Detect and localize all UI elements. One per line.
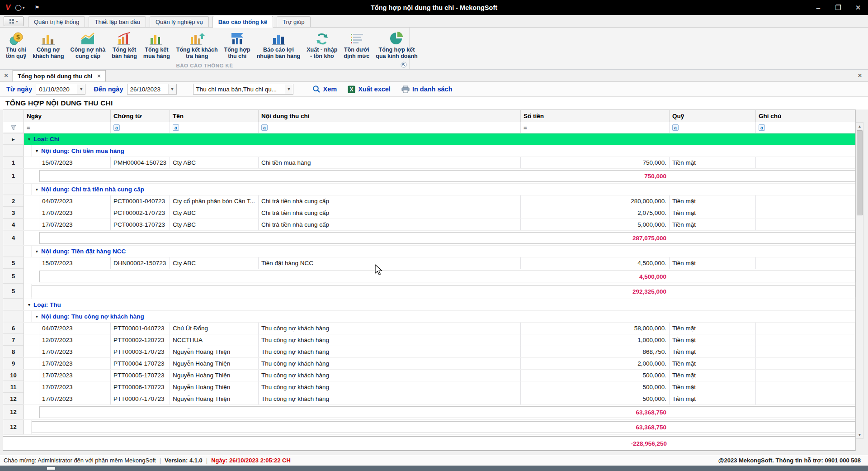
table-row[interactable]: 515/07/2023DHN00002-150723Cty ABCTiền đặ… xyxy=(3,257,855,269)
from-date-input[interactable]: 01/10/2020 ▼ xyxy=(36,84,85,95)
filter-cell-sotien[interactable]: = xyxy=(521,122,670,133)
taskbar-strip xyxy=(0,466,868,471)
maximize-button[interactable]: ❐ xyxy=(828,0,848,15)
ribbon-item-6[interactable]: Tổng kết kháchtrả hàng xyxy=(173,29,221,62)
row-number: 1 xyxy=(3,157,24,168)
group-indent xyxy=(24,346,39,357)
pin-icon[interactable]: ⚑ xyxy=(34,5,39,11)
ribbon-tab-5[interactable]: Trợ giúp xyxy=(277,16,311,27)
table-row[interactable]: 817/07/2023PTT00003-170723Nguyễn Hoàng T… xyxy=(3,346,855,358)
group-row[interactable]: ▾Nội dung: Chi trả tiền nhà cung cấp xyxy=(3,184,855,195)
minimize-button[interactable]: – xyxy=(808,0,828,15)
group-row[interactable]: ▾Loại: Thu xyxy=(3,299,855,311)
chevron-down-icon[interactable]: ▼ xyxy=(168,84,176,94)
collapse-icon[interactable]: ▾ xyxy=(36,314,38,319)
ribbon-group-launcher[interactable] xyxy=(401,62,407,68)
ribbon-item-9[interactable]: Xuất - nhập- tồn kho xyxy=(303,29,340,62)
summary-amount: 750,000 xyxy=(644,173,666,180)
table-row[interactable]: 417/07/2023PCT00003-170723Cty ABCChi trả… xyxy=(3,219,855,231)
table-row[interactable]: 115/07/2023PMH00004-150723Cty ABCChi tiề… xyxy=(3,157,855,169)
scrollbar-thumb[interactable] xyxy=(857,130,863,215)
filter-cell-ngay[interactable]: = xyxy=(24,122,111,133)
cell-noidung: Thu công nợ khách hàng xyxy=(259,393,521,404)
table-row[interactable]: 317/07/2023PCT00002-170723Cty ABCChi trả… xyxy=(3,207,855,219)
tab-close-icon[interactable]: ✕ xyxy=(97,73,101,79)
group-indent xyxy=(24,393,39,404)
type-filter-select[interactable]: Thu chi mua bán,Thu chi qu... ▼ xyxy=(193,84,293,95)
cell-quy: Tiền mặt xyxy=(670,334,756,346)
collapse-icon[interactable]: ▾ xyxy=(28,302,30,307)
print-button[interactable]: In danh sách xyxy=(401,86,453,93)
collapse-icon[interactable]: ▾ xyxy=(36,148,38,153)
cell-chungtu: PTT00005-170723 xyxy=(111,370,170,381)
ribbon-item-10[interactable]: Tồn dướiđịnh mức xyxy=(340,29,373,62)
scroll-down-icon[interactable]: ▼ xyxy=(856,431,863,438)
group-row[interactable]: ▸▾Loại: Chi xyxy=(3,133,855,145)
filter-equals-icon[interactable]: = xyxy=(27,124,30,131)
vertical-scrollbar[interactable]: ▲ ▼ xyxy=(856,122,863,439)
quick-access-icon[interactable]: ◯ xyxy=(15,4,22,11)
filter-contains-icon[interactable]: a xyxy=(113,124,120,131)
table-row[interactable]: 1017/07/2023PTT00005-170723Nguyễn Hoàng … xyxy=(3,370,855,381)
table-row[interactable]: 1117/07/2023PTT00006-170723Nguyễn Hoàng … xyxy=(3,381,855,393)
document-tab[interactable]: Tổng hợp nội dung thu chi ✕ xyxy=(13,70,106,81)
filter-contains-icon[interactable]: a xyxy=(759,124,765,131)
ribbon-tab-2[interactable]: Thiết lập ban đầu xyxy=(89,16,146,27)
quick-access-caret-icon[interactable]: ▾ xyxy=(23,5,25,10)
ribbon-item-11[interactable]: Tổng hợp kếtquả kinh doanh xyxy=(373,29,420,62)
group-row[interactable]: ▾Nội dung: Chi tiền mua hàng xyxy=(3,145,855,157)
ribbon-item-4[interactable]: Tổng kếtbán hàng xyxy=(108,29,140,62)
collapse-icon[interactable]: ▾ xyxy=(36,187,38,192)
filter-cell-chungtu[interactable]: a xyxy=(111,122,170,133)
ribbon-item-7[interactable]: Tổng hợpthu chi xyxy=(221,29,254,62)
cell-ten: Nguyễn Hoàng Thiện xyxy=(170,370,259,381)
table-row[interactable]: 1217/07/2023PTT00007-170723Nguyễn Hoàng … xyxy=(3,393,855,405)
group-row[interactable]: ▾Nội dung: Thu công nợ khách hàng xyxy=(3,311,855,323)
ribbon-item-5[interactable]: Tổng kếtmua hàng xyxy=(140,29,173,62)
column-header-ngay[interactable]: Ngày xyxy=(24,110,111,122)
close-button[interactable]: ✕ xyxy=(848,0,868,15)
filter-cell-ten[interactable]: a xyxy=(170,122,259,133)
table-row[interactable]: 917/07/2023PTT00004-170723Nguyễn Hoàng T… xyxy=(3,358,855,370)
svg-text:X: X xyxy=(350,86,354,93)
column-header-chungtu[interactable]: Chứng từ xyxy=(111,110,170,122)
app-menu-button[interactable]: ▾ xyxy=(4,16,24,26)
table-row[interactable]: 604/07/2023PTT00001-040723Chú Út ĐổngThu… xyxy=(3,323,855,334)
filter-contains-icon[interactable]: a xyxy=(173,124,179,131)
collapse-icon[interactable]: ▾ xyxy=(36,249,38,254)
column-header-ghichu[interactable]: Ghi chú xyxy=(756,110,855,122)
chevron-down-icon[interactable]: ▼ xyxy=(77,84,85,94)
ribbon-item-label: Tổng hợpthu chi xyxy=(224,47,250,59)
scroll-up-icon[interactable]: ▲ xyxy=(856,123,863,130)
ribbon-tab-1[interactable]: Quản trị hệ thống xyxy=(28,16,85,27)
column-header-noidung[interactable]: Nội dung thu chi xyxy=(259,110,521,122)
group-row[interactable]: ▾Nội dung: Tiền đặt hàng NCC xyxy=(3,246,855,257)
ribbon-tab-3[interactable]: Quản lý nghiệp vụ xyxy=(150,16,209,27)
table-row[interactable]: 712/07/2023PTT00002-120723NCCTHUAThu côn… xyxy=(3,334,855,346)
ribbon-item-3[interactable]: Công nợ nhàcung cấp xyxy=(67,29,109,62)
column-header-ten[interactable]: Tên xyxy=(170,110,259,122)
filter-cell-quy[interactable]: a xyxy=(670,122,756,133)
filter-cell-noidung[interactable]: a xyxy=(259,122,521,133)
export-excel-button[interactable]: X Xuất excel xyxy=(348,86,391,93)
table-row[interactable]: 204/07/2023PCT00001-040723Cty cổ phần ph… xyxy=(3,195,855,207)
ribbon-item-2[interactable]: Công nợkhách hàng xyxy=(29,29,67,62)
close-document-button[interactable]: ✕ xyxy=(0,70,13,81)
collapse-icon[interactable]: ▾ xyxy=(28,137,30,142)
filter-equals-icon[interactable]: = xyxy=(524,124,527,131)
close-document-button-right[interactable]: ✕ xyxy=(854,70,865,81)
view-button[interactable]: Xem xyxy=(312,85,337,93)
bar-chart-blue-icon xyxy=(271,30,286,46)
chevron-down-icon[interactable]: ▼ xyxy=(285,84,293,94)
filter-contains-icon[interactable]: a xyxy=(261,124,268,131)
filter-contains-icon[interactable]: a xyxy=(672,124,679,131)
ribbon-item-8[interactable]: Báo cáo lợinhuận bán hàng xyxy=(254,29,304,62)
ribbon-item-1[interactable]: $Thu chitồn quỹ xyxy=(3,29,29,62)
ribbon-tab-4[interactable]: Báo cáo thống kê xyxy=(212,16,273,28)
taskbar-item[interactable] xyxy=(47,467,55,470)
filter-cell-ghichu[interactable]: a xyxy=(756,122,855,133)
to-date-input[interactable]: 26/10/2023 ▼ xyxy=(127,84,177,95)
column-header-sotien[interactable]: Số tiền xyxy=(521,110,670,122)
column-header-quy[interactable]: Quỹ xyxy=(670,110,756,122)
row-header-corner[interactable] xyxy=(3,110,24,122)
